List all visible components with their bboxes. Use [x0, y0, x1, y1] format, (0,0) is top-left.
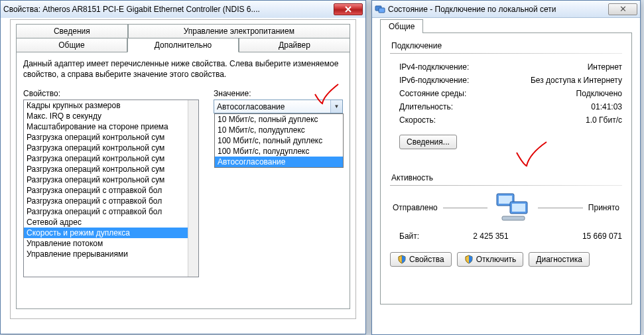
diagnostics-button[interactable]: Диагностика	[529, 252, 590, 267]
value-option[interactable]: 100 Мбит/c, полудуплекс	[215, 146, 343, 157]
property-list-item[interactable]: Масштабирование на стороне приема	[24, 121, 198, 132]
property-listbox[interactable]: Кадры крупных размеровМакс. IRQ в секунд…	[23, 100, 199, 277]
tab-row-top: Сведения Управление электропитанием	[16, 24, 350, 38]
property-label: Свойство:	[23, 89, 199, 98]
row-key: Скорость:	[399, 115, 436, 125]
property-list-item[interactable]: Разгрузка операций контрольной сум	[24, 174, 198, 185]
svg-rect-6	[502, 216, 525, 220]
row-value: Интернет	[588, 62, 622, 72]
scrollbar[interactable]	[188, 100, 198, 277]
close-icon	[344, 6, 352, 13]
connection-status-window: Состояние - Подключение по локальной сет…	[371, 0, 641, 335]
value-option[interactable]: Автосогласование	[215, 157, 343, 167]
property-list-item[interactable]: Разгрузка операций контрольной сум	[24, 143, 198, 153]
value-option[interactable]: 10 Мбит/c, полудуплекс	[215, 125, 343, 135]
property-list-item[interactable]: Сетевой адрес	[24, 217, 198, 228]
status-panel: Подключение IPv4-подключение:ИнтернетIPv…	[380, 33, 632, 304]
tab-driver[interactable]: Драйвер	[239, 38, 350, 52]
combobox-arrow[interactable]: ▼	[330, 100, 342, 113]
separator	[390, 185, 622, 186]
recv-label: Принято	[588, 203, 619, 212]
property-list-item[interactable]: Управление потоком	[24, 238, 198, 249]
property-list-item[interactable]: Разгрузка операций с отправкой бол	[24, 185, 198, 196]
property-list-item[interactable]: Разгрузка операций контрольной сум	[24, 164, 198, 174]
details-button[interactable]: Сведения...	[399, 135, 457, 149]
connection-row: Состояние среды:Подключено	[390, 87, 622, 100]
close-button[interactable]: ✕	[608, 3, 637, 15]
bytes-sent-value: 2 425 351	[419, 232, 582, 241]
dialog-body: Общие Подключение IPv4-подключение:Интер…	[380, 19, 632, 304]
titlebar[interactable]: Свойства: Atheros AR8151 PCI-E Gigabit E…	[1, 1, 365, 18]
property-list-item[interactable]: Макс. IRQ в секунду	[24, 111, 198, 121]
property-list-item[interactable]: Управление прерываниями	[24, 249, 198, 259]
sent-label: Отправлено	[393, 203, 438, 212]
status-tabs: Общие	[380, 19, 632, 33]
close-icon: ✕	[619, 4, 627, 14]
network-icon	[375, 4, 385, 15]
shield-icon	[464, 255, 474, 264]
value-option[interactable]: 100 Мбит/c, полный дуплекс	[215, 135, 343, 146]
adapter-properties-window: Свойства: Atheros AR8151 PCI-E Gigabit E…	[0, 0, 366, 334]
property-list-item[interactable]: Разгрузка операций с отправкой бол	[24, 196, 198, 206]
value-dropdown[interactable]: 10 Мбит/c, полный дуплекс10 Мбит/c, полу…	[214, 113, 344, 168]
property-list-item[interactable]: Скорость и режим дуплекса	[24, 228, 198, 238]
tab-panel-advanced: Данный адаптер имеет перечисленные ниже …	[16, 52, 350, 309]
connection-row: IPv4-подключение:Интернет	[390, 60, 622, 74]
properties-button[interactable]: Свойства	[390, 252, 452, 267]
dialog-body: Сведения Управление электропитанием Общи…	[10, 19, 356, 319]
property-list-item[interactable]: Кадры крупных размеров	[24, 100, 198, 111]
row-value: 01:41:03	[591, 102, 622, 111]
chevron-down-icon: ▼	[334, 103, 340, 109]
row-key: IPv6-подключение:	[399, 76, 469, 85]
row-key: Длительность:	[399, 102, 453, 111]
group-activity-title: Активность	[390, 173, 434, 182]
tab-power-mgmt[interactable]: Управление электропитанием	[128, 24, 350, 38]
titlebar[interactable]: Состояние - Подключение по локальной сет…	[372, 1, 640, 18]
window-title: Состояние - Подключение по локальной сет…	[388, 5, 608, 14]
connection-row: IPv6-подключение:Без доступа к Интернету	[390, 74, 622, 87]
svg-rect-5	[512, 204, 525, 212]
connection-row: Длительность:01:41:03	[390, 100, 622, 113]
row-value: Подключено	[576, 89, 622, 98]
bottom-buttons: Свойства Отключить Диагностика	[390, 252, 622, 267]
row-value: Без доступа к Интернету	[531, 76, 622, 85]
panel-description: Данный адаптер имеет перечисленные ниже …	[23, 59, 343, 80]
activity-row: Отправлено Принято	[390, 192, 622, 223]
disable-button[interactable]: Отключить	[457, 252, 524, 267]
svg-rect-1	[379, 8, 385, 13]
window-title: Свойства: Atheros AR8151 PCI-E Gigabit E…	[3, 5, 334, 14]
separator	[390, 53, 622, 54]
row-key: IPv4-подключение:	[399, 62, 469, 72]
property-list-item[interactable]: Разгрузка операций с отправкой бол	[24, 206, 198, 217]
tab-row-bottom: Общие Дополнительно Драйвер	[16, 38, 350, 52]
property-list-item[interactable]: Разгрузка операций контрольной сум	[24, 153, 198, 164]
group-connection-title: Подключение	[390, 41, 443, 50]
shield-icon	[397, 255, 407, 264]
close-button[interactable]	[334, 3, 363, 15]
value-selected-text: Автосогласование	[217, 102, 285, 111]
bytes-recv-value: 15 669 071	[582, 232, 622, 241]
value-option[interactable]: 10 Мбит/c, полный дуплекс	[215, 114, 343, 125]
bytes-label: Байт:	[399, 232, 419, 241]
property-list-item[interactable]: Разгрузка операций контрольной сум	[24, 132, 198, 143]
tab-general[interactable]: Общие	[16, 38, 127, 52]
tab-details[interactable]: Сведения	[16, 24, 128, 38]
value-label: Значение:	[214, 89, 343, 98]
tab-general[interactable]: Общие	[380, 19, 423, 33]
row-value: 1.0 Гбит/с	[586, 115, 622, 125]
connection-row: Скорость:1.0 Гбит/с	[390, 113, 622, 127]
value-combobox[interactable]: Автосогласование ▼ 10 Мбит/c, полный дуп…	[214, 100, 343, 113]
tab-advanced[interactable]: Дополнительно	[127, 38, 239, 52]
computers-icon	[493, 192, 533, 223]
row-key: Состояние среды:	[399, 89, 466, 98]
